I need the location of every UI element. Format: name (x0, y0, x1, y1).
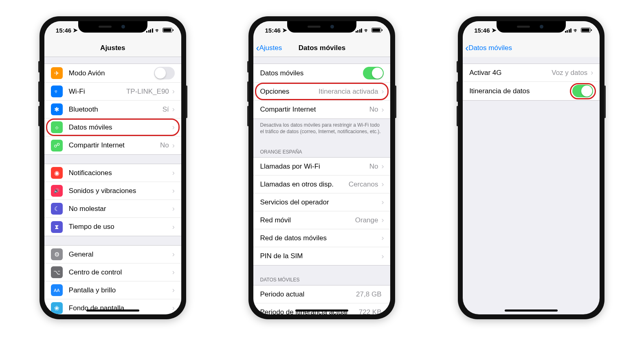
nav-bar: ‹Datos móviles (463, 39, 600, 57)
row-label: Llamadas en otros disp. (260, 180, 348, 189)
notch (287, 21, 356, 33)
row-value: No (369, 162, 378, 171)
status-time: 15:46 (474, 27, 490, 34)
chevron-right-icon: › (381, 234, 384, 242)
row-label: Datos móviles (69, 123, 171, 132)
row-otherdev[interactable]: Llamadas en otros disp.Cercanos› (253, 176, 390, 193)
row-sounds[interactable]: 🔊Sonidos y vibraciones› (44, 182, 181, 200)
home-indicator[interactable] (295, 309, 348, 312)
row-value: Voz y datos (552, 69, 587, 77)
row-enable4g[interactable]: Activar 4GVoz y datos› (463, 64, 600, 82)
chevron-right-icon: › (381, 105, 384, 114)
row-label: Compartir Internet (260, 105, 369, 114)
chevron-right-icon: › (172, 87, 175, 96)
notch (497, 21, 566, 33)
row-bluetooth[interactable]: ✱BluetoothSí› (44, 101, 181, 119)
row-label: Red de datos móviles (260, 234, 380, 242)
row-value: TP-LINK_E90 (126, 88, 169, 96)
options-content[interactable]: Activar 4GVoz y datos›Itinerancia de dat… (463, 57, 600, 314)
row-value: 722 KB (359, 308, 382, 314)
row-network[interactable]: Red móvilOrange› (253, 211, 390, 229)
settings-content[interactable]: ✈Modo AviónᯤWi-FiTP-LINK_E90›✱BluetoothS… (44, 57, 181, 314)
toggle-airplane[interactable] (154, 67, 175, 79)
row-label: Centro de control (69, 268, 171, 277)
chevron-right-icon: › (172, 105, 175, 114)
battery-icon (581, 28, 591, 33)
location-icon: ➤ (492, 27, 497, 33)
group-header: DATOS MÓVILES (253, 274, 390, 285)
row-roaming[interactable]: Itinerancia de datos (463, 82, 600, 100)
row-airplane[interactable]: ✈Modo Avión (44, 64, 181, 83)
row-wificall[interactable]: Llamadas por Wi-FiNo› (253, 158, 390, 176)
row-label: Itinerancia de datos (469, 87, 572, 95)
cellular-content[interactable]: Datos móvilesOpcionesItinerancia activad… (253, 57, 390, 314)
chevron-right-icon: › (172, 204, 175, 213)
row-label: PIN de la SIM (260, 252, 380, 260)
row-datanet[interactable]: Red de datos móviles› (253, 229, 390, 247)
home-indicator[interactable] (86, 309, 139, 312)
row-label: Activar 4G (469, 69, 552, 77)
back-label: Datos móviles (468, 44, 512, 52)
row-label: Modo Avión (69, 69, 154, 77)
row-options[interactable]: OpcionesItinerancia activada› (253, 83, 390, 101)
back-button[interactable]: ‹Datos móviles (465, 43, 512, 53)
row-label: Tiempo de uso (69, 223, 171, 231)
wifi-icon: ᯤ (573, 27, 579, 34)
row-value: Itinerancia activada (319, 88, 378, 96)
row-simpin[interactable]: PIN de la SIM› (253, 247, 390, 265)
chevron-right-icon: › (172, 169, 175, 177)
row-label: Pantalla y brillo (69, 286, 171, 294)
row-label: Notificaciones (69, 169, 171, 177)
chevron-right-icon: › (381, 162, 384, 171)
chevron-right-icon: › (172, 268, 175, 277)
signal-icon (146, 28, 153, 33)
row-notifications[interactable]: ◉Notificaciones› (44, 164, 181, 182)
location-icon: ➤ (73, 27, 78, 33)
phone-frame-3: 15:46➤ ᯤ ‹Datos móviles Activar 4GVoz y … (458, 16, 604, 319)
row-value: Sí (163, 105, 169, 114)
chevron-right-icon: › (381, 198, 384, 206)
battery-icon (163, 28, 172, 33)
row-value: 27,8 GB (356, 290, 381, 298)
nav-bar: ‹Ajustes Datos móviles (253, 39, 390, 57)
toggle-cell-data[interactable] (363, 67, 384, 79)
chevron-right-icon: › (381, 216, 384, 224)
hotspot-icon: ☍ (51, 140, 63, 151)
nav-title: Datos móviles (299, 44, 345, 52)
row-display[interactable]: AAPantalla y brillo› (44, 281, 181, 299)
chevron-left-icon: ‹ (465, 43, 468, 53)
row-dnd[interactable]: ☾No molestar› (44, 200, 181, 218)
phone-frame-1: 15:46➤ ᯤ Ajustes ✈Modo AviónᯤWi-FiTP-LIN… (40, 16, 186, 319)
row-control[interactable]: ⌥Centro de control› (44, 263, 181, 281)
chevron-right-icon: › (172, 304, 175, 312)
back-button[interactable]: ‹Ajustes (256, 43, 282, 53)
row-hotspot[interactable]: ☍Compartir InternetNo› (44, 136, 181, 154)
row-wifi[interactable]: ᯤWi-FiTP-LINK_E90› (44, 83, 181, 101)
home-indicator[interactable] (505, 309, 558, 312)
chevron-right-icon: › (172, 123, 175, 132)
chevron-right-icon: › (591, 68, 593, 77)
row-wallpaper[interactable]: ❀Fondo de pantalla› (44, 299, 181, 314)
row-screentime[interactable]: ⧗Tiempo de uso› (44, 218, 181, 236)
row-carrier[interactable]: Servicios del operador› (253, 193, 390, 211)
control-icon: ⌥ (51, 266, 63, 278)
row-value: Cercanos (349, 180, 378, 189)
chevron-right-icon: › (172, 286, 175, 294)
row-label: Datos móviles (260, 69, 363, 77)
row-general[interactable]: ⚙General› (44, 246, 181, 263)
row-cell-data[interactable]: Datos móviles (253, 64, 390, 83)
row-label: Llamadas por Wi-Fi (260, 162, 369, 171)
row-cellular[interactable]: ⟐Datos móviles› (44, 119, 181, 136)
display-icon: AA (51, 284, 63, 296)
row-label: Sonidos y vibraciones (69, 187, 171, 195)
group-header: ORANGE ESPAÑA (253, 147, 390, 157)
battery-icon (371, 28, 381, 33)
wifi-icon: ᯤ (364, 27, 370, 34)
toggle-roaming[interactable] (572, 85, 593, 97)
group-footer: Desactiva los datos móviles para restrin… (253, 119, 390, 138)
screentime-icon: ⧗ (51, 221, 63, 233)
row-label: Red móvil (260, 216, 355, 224)
row-hotspot2[interactable]: Compartir InternetNo› (253, 101, 390, 119)
phone-frame-2: 15:46➤ ᯤ ‹Ajustes Datos móviles Datos mó… (248, 16, 395, 319)
row-value: No (160, 141, 169, 149)
